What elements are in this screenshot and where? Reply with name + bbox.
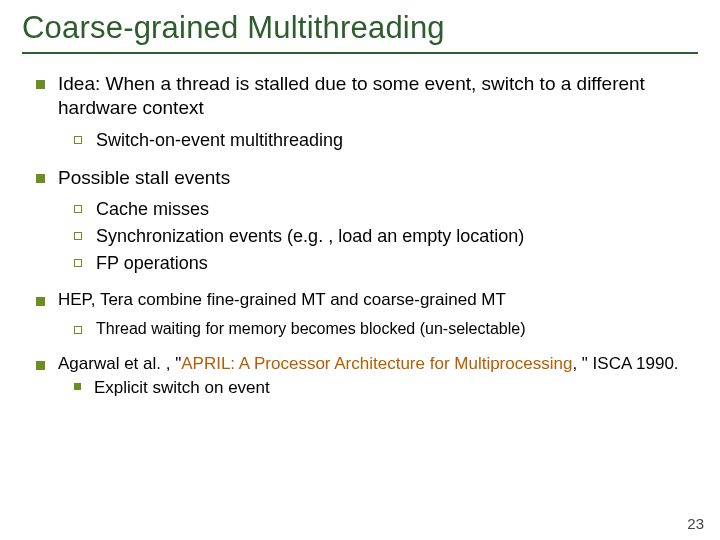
sub-list: Explicit switch on event <box>58 377 698 399</box>
ref-prefix: Agarwal et al. , " <box>58 354 181 373</box>
bullet-list: Possible stall events Cache misses Synch… <box>22 166 698 275</box>
bullet-text: Idea: When a thread is stalled due to so… <box>58 73 645 118</box>
bullet-stall-events: Possible stall events Cache misses Synch… <box>58 166 698 275</box>
bullet-list: Idea: When a thread is stalled due to so… <box>22 72 698 152</box>
sub-list: Switch-on-event multithreading <box>58 129 698 152</box>
slide-title: Coarse-grained Multithreading <box>22 10 698 46</box>
sub-bullet: FP operations <box>96 252 698 275</box>
page-number: 23 <box>687 515 704 532</box>
bullet-hep-tera: HEP, Tera combine fine-grained MT and co… <box>58 289 698 339</box>
bullet-idea: Idea: When a thread is stalled due to so… <box>58 72 698 152</box>
reference-title: APRIL: A Processor Architecture for Mult… <box>181 354 572 373</box>
bullet-agarwal: Agarwal et al. , "APRIL: A Processor Arc… <box>58 353 698 399</box>
bullet-text: HEP, Tera combine fine-grained MT and co… <box>58 290 506 309</box>
ref-suffix: , " ISCA 1990. <box>572 354 678 373</box>
sub-bullet: Explicit switch on event <box>94 377 698 399</box>
sub-bullet: Synchronization events (e.g. , load an e… <box>96 225 698 248</box>
slide-body: Idea: When a thread is stalled due to so… <box>22 72 698 399</box>
bullet-text: Possible stall events <box>58 167 230 188</box>
sub-bullet: Thread waiting for memory becomes blocke… <box>96 319 698 339</box>
title-underline <box>22 52 698 54</box>
sub-bullet: Cache misses <box>96 198 698 221</box>
bullet-list: HEP, Tera combine fine-grained MT and co… <box>22 289 698 399</box>
sub-bullet: Switch-on-event multithreading <box>96 129 698 152</box>
sub-list: Thread waiting for memory becomes blocke… <box>58 319 698 339</box>
slide: Coarse-grained Multithreading Idea: When… <box>0 0 720 540</box>
sub-list: Cache misses Synchronization events (e.g… <box>58 198 698 275</box>
